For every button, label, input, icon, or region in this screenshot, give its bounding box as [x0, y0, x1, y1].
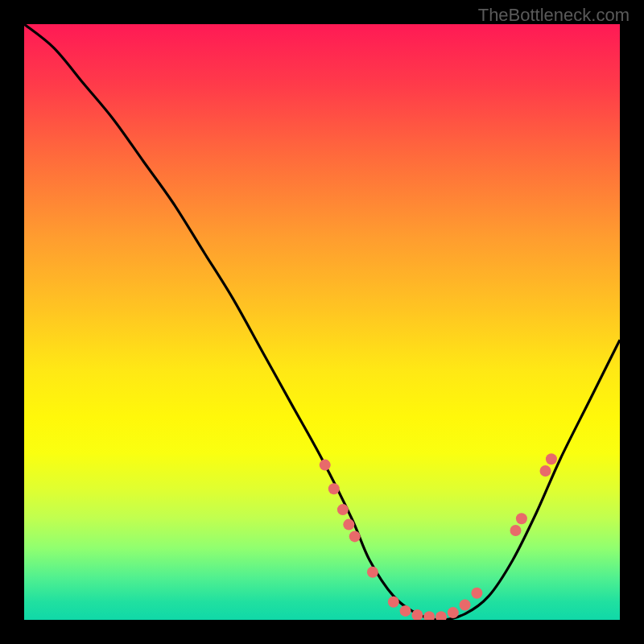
data-point — [400, 605, 411, 617]
watermark-text: TheBottleneck.com — [478, 5, 630, 26]
data-point — [337, 504, 349, 515]
data-point — [320, 460, 331, 471]
data-point — [388, 597, 399, 608]
data-point — [423, 611, 435, 620]
data-point — [546, 453, 557, 464]
data-point — [510, 525, 522, 536]
data-point — [460, 600, 471, 611]
chart-plot-area — [24, 24, 620, 620]
bottleneck-curve — [24, 24, 620, 620]
data-point — [540, 465, 551, 477]
data-point — [367, 567, 378, 578]
data-point — [448, 607, 459, 618]
data-point — [349, 530, 361, 542]
chart-svg — [24, 24, 620, 620]
data-point — [328, 483, 340, 494]
data-point — [471, 588, 482, 599]
data-point — [343, 519, 354, 530]
data-point — [436, 611, 447, 620]
data-point — [516, 513, 527, 524]
data-points — [320, 453, 557, 620]
